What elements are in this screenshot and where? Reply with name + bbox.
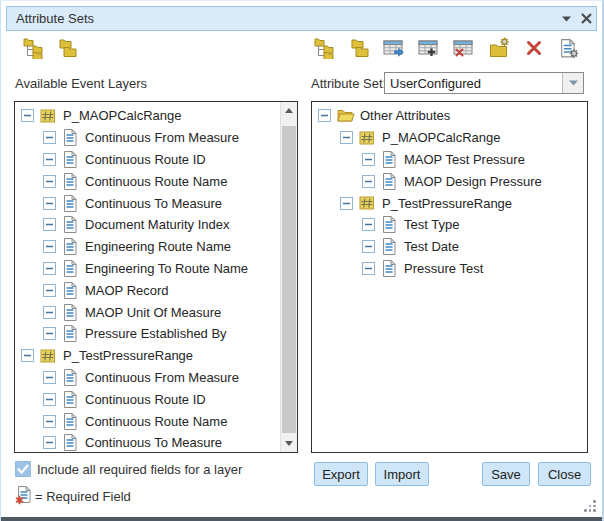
scroll-down-button[interactable] xyxy=(281,435,297,452)
scroll-thumb[interactable] xyxy=(282,126,296,433)
field-icon xyxy=(62,128,80,147)
collapse-expander-icon[interactable] xyxy=(21,109,34,122)
tree-item[interactable]: MAOP Design Pressure xyxy=(312,170,587,192)
collapse-expander-icon[interactable] xyxy=(21,349,34,362)
tree-item[interactable]: Other Attributes xyxy=(312,105,587,127)
collapse-expander-icon[interactable] xyxy=(362,240,375,253)
field-icon xyxy=(62,172,80,191)
tree-item[interactable]: P_TestPressureRange xyxy=(15,345,280,367)
titlebar[interactable]: Attribute Sets xyxy=(6,6,597,31)
tree-item[interactable]: Continuous To Measure xyxy=(15,432,280,452)
tree-item[interactable]: P_MAOPCalcRange xyxy=(15,105,280,127)
table-export-button[interactable] xyxy=(383,37,405,59)
tree-item[interactable]: Continuous Route Name xyxy=(15,410,280,432)
collapse-expander-icon[interactable] xyxy=(43,371,56,384)
tree-item[interactable]: MAOP Record xyxy=(15,279,280,301)
export-button[interactable]: Export xyxy=(314,462,368,486)
attribute-sets-dialog: Attribute Sets Available Event Layers At… xyxy=(0,0,604,521)
event-layer-icon xyxy=(359,130,377,146)
collapse-expander-icon[interactable] xyxy=(43,393,56,406)
field-icon xyxy=(62,194,80,213)
dropdown-arrow-button[interactable] xyxy=(562,73,583,93)
tree-item[interactable]: MAOP Unit Of Measure xyxy=(15,301,280,323)
collapse-expander-icon[interactable] xyxy=(43,327,56,340)
tree-item-label: Continuous Route Name xyxy=(85,414,227,429)
tree-item-label: Continuous From Measure xyxy=(85,130,239,145)
tree-item[interactable]: Continuous Route ID xyxy=(15,388,280,410)
folder-new-button[interactable] xyxy=(488,37,510,59)
tree-item-label: Continuous To Measure xyxy=(85,196,222,211)
tree-item-label: Test Type xyxy=(404,217,459,232)
vertical-scrollbar[interactable] xyxy=(280,102,297,452)
dropdown-value: UserConfigured xyxy=(385,76,562,91)
folders-button[interactable] xyxy=(56,37,78,59)
field-icon xyxy=(62,303,80,322)
tree-item-label: MAOP Test Pressure xyxy=(404,152,525,167)
tree-item[interactable]: Engineering To Route Name xyxy=(15,258,280,280)
folders-button[interactable] xyxy=(348,37,370,59)
tree-item[interactable]: Test Date xyxy=(312,236,587,258)
layer-tree-button[interactable] xyxy=(22,37,44,59)
collapse-expander-icon[interactable] xyxy=(43,197,56,210)
tree-item[interactable]: Pressure Established By xyxy=(15,323,280,345)
tree-item[interactable]: P_MAOPCalcRange xyxy=(312,127,587,149)
field-icon xyxy=(62,412,80,431)
collapse-expander-icon[interactable] xyxy=(362,262,375,275)
collapse-expander-icon[interactable] xyxy=(43,284,56,297)
collapse-expander-icon[interactable] xyxy=(362,175,375,188)
toolbar-right xyxy=(313,37,580,59)
collapse-expander-icon[interactable] xyxy=(362,218,375,231)
tree-item[interactable]: Continuous Route ID xyxy=(15,149,280,171)
tree-item[interactable]: Continuous To Measure xyxy=(15,192,280,214)
pin-menu-button[interactable] xyxy=(556,9,576,29)
collapse-expander-icon[interactable] xyxy=(362,153,375,166)
field-icon xyxy=(62,324,80,343)
collapse-expander-icon[interactable] xyxy=(43,262,56,275)
tree-item[interactable]: Continuous From Measure xyxy=(15,127,280,149)
event-layer-icon xyxy=(359,195,377,211)
scroll-up-button[interactable] xyxy=(281,102,297,119)
collapse-expander-icon[interactable] xyxy=(340,131,353,144)
attribute-set-dropdown[interactable]: UserConfigured xyxy=(384,72,584,94)
import-button[interactable]: Import xyxy=(375,462,429,486)
tree-item-label: Pressure Established By xyxy=(85,326,227,341)
collapse-expander-icon[interactable] xyxy=(43,218,56,231)
tree-item[interactable]: Engineering Route Name xyxy=(15,236,280,258)
tree-item[interactable]: Document Maturity Index xyxy=(15,214,280,236)
collapse-expander-icon[interactable] xyxy=(43,306,56,319)
field-icon xyxy=(62,390,80,409)
collapse-expander-icon[interactable] xyxy=(43,175,56,188)
resize-grip[interactable] xyxy=(584,500,596,512)
save-button[interactable]: Save xyxy=(482,462,530,486)
collapse-expander-icon[interactable] xyxy=(43,240,56,253)
collapse-expander-icon[interactable] xyxy=(43,436,56,449)
tree-item[interactable]: Pressure Test xyxy=(312,258,587,280)
close-dialog-button[interactable]: Close xyxy=(538,462,591,486)
document-settings-button[interactable] xyxy=(558,37,580,59)
tree-item-label: P_TestPressureRange xyxy=(382,196,512,211)
available-layers-tree-panel: P_MAOPCalcRangeContinuous From MeasureCo… xyxy=(14,101,298,453)
collapse-expander-icon[interactable] xyxy=(43,153,56,166)
tree-item-label: Engineering To Route Name xyxy=(85,261,248,276)
close-button[interactable] xyxy=(576,9,596,29)
collapse-expander-icon[interactable] xyxy=(43,415,56,428)
field-icon xyxy=(62,281,80,300)
collapse-expander-icon[interactable] xyxy=(340,197,353,210)
available-layers-tree: P_MAOPCalcRangeContinuous From MeasureCo… xyxy=(15,102,280,452)
include-required-checkbox[interactable] xyxy=(15,461,31,477)
tree-item[interactable]: Continuous From Measure xyxy=(15,367,280,389)
tree-item[interactable]: Continuous Route Name xyxy=(15,170,280,192)
table-add-button[interactable] xyxy=(418,37,440,59)
tree-item[interactable]: P_TestPressureRange xyxy=(312,192,587,214)
collapse-expander-icon[interactable] xyxy=(43,131,56,144)
delete-button[interactable] xyxy=(523,37,545,59)
required-field-legend: = Required Field xyxy=(35,489,131,504)
tree-item[interactable]: MAOP Test Pressure xyxy=(312,149,587,171)
tree-item-label: Continuous Route ID xyxy=(85,152,206,167)
collapse-expander-icon[interactable] xyxy=(318,109,331,122)
tree-item[interactable]: Test Type xyxy=(312,214,587,236)
field-icon xyxy=(381,259,399,278)
table-remove-button[interactable] xyxy=(453,37,475,59)
tree-item-label: Test Date xyxy=(404,239,459,254)
layer-tree-button[interactable] xyxy=(313,37,335,59)
